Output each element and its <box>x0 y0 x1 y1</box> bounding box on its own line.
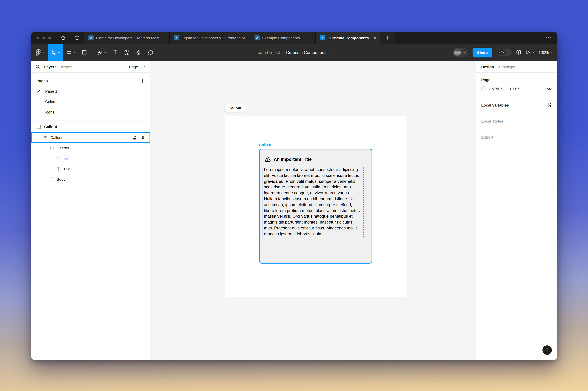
community-button[interactable] <box>70 32 84 44</box>
breadcrumb: Team Project / Curricula Components <box>256 44 333 61</box>
layer-label: Title <box>63 167 70 171</box>
layers-section-header[interactable]: Callout <box>31 121 150 132</box>
right-sidebar: Design Prototype Page F5F5F5 100% <box>476 61 557 360</box>
window-zoom-button[interactable] <box>48 36 51 39</box>
share-button[interactable]: Share <box>472 48 492 57</box>
layer-row-icon[interactable]: Icon <box>31 153 150 164</box>
tab-label: Figma for Developers, Frontend Mast <box>96 36 159 40</box>
page-name: Colors <box>45 99 56 104</box>
callout-component[interactable]: An Important Title Lorem ipsum dolor sit… <box>259 149 372 264</box>
frame-name-label[interactable]: Callout <box>225 104 245 112</box>
globe-icon <box>74 35 80 40</box>
page-list-item[interactable]: Colors <box>31 97 150 107</box>
callout-header[interactable]: An Important Title <box>263 155 315 163</box>
close-icon[interactable] <box>373 36 376 39</box>
chevron-down-icon <box>532 52 534 53</box>
eye-icon[interactable] <box>140 136 145 139</box>
section-label: Local variables <box>481 103 509 107</box>
file-tab[interactable]: Example Components <box>250 32 316 44</box>
tab-label: Figma for Developers v2, Frontend M <box>182 36 245 40</box>
layer-row-body[interactable]: Body <box>31 174 150 185</box>
figma-file-icon <box>174 35 179 40</box>
tab-layers[interactable]: Layers <box>44 65 57 69</box>
text-tool-button[interactable] <box>110 44 121 61</box>
chevron-down-icon <box>463 52 466 53</box>
file-tab[interactable]: Figma for Developers, Frontend Mast <box>84 32 170 44</box>
color-swatch[interactable] <box>481 86 486 91</box>
file-tab-active[interactable]: Curricula Components <box>316 32 380 44</box>
comment-tool-button[interactable] <box>145 44 156 61</box>
page-selector[interactable]: Page 1 <box>129 65 146 69</box>
window-minimize-button[interactable] <box>42 36 45 39</box>
library-book-icon[interactable] <box>516 50 521 55</box>
plus-icon <box>386 36 389 40</box>
text-layer-icon <box>56 167 61 171</box>
auto-layout-horizontal-icon <box>49 146 54 150</box>
tab-overflow-menu[interactable] <box>540 32 557 44</box>
local-variables-section[interactable]: Local variables <box>476 97 557 113</box>
desktop-wallpaper: Figma for Developers, Frontend Mast Figm… <box>0 0 588 391</box>
file-tab[interactable]: Figma for Developers v2, Frontend M <box>170 32 250 44</box>
chevron-down-icon[interactable] <box>330 52 333 53</box>
frame-tool-button[interactable] <box>63 44 79 61</box>
present-button[interactable] <box>525 50 534 55</box>
figma-file-icon <box>88 35 94 40</box>
home-button[interactable] <box>56 32 70 44</box>
toolbar: Team Project / Curricula Components Shar… <box>31 44 557 61</box>
color-opacity-value[interactable]: 100% <box>509 87 519 91</box>
callout-body-text[interactable]: Lorem ipsum dolor sit amet, consectetur … <box>262 166 364 238</box>
breadcrumb-separator: / <box>282 50 284 55</box>
local-styles-section[interactable]: Local styles <box>476 113 557 129</box>
add-export-icon[interactable] <box>548 135 552 139</box>
export-section[interactable]: Export <box>476 129 557 145</box>
breadcrumb-project[interactable]: Team Project <box>256 50 280 55</box>
account-menu[interactable] <box>453 48 468 57</box>
tab-assets[interactable]: Assets <box>61 65 72 69</box>
move-tool-button[interactable] <box>48 44 63 61</box>
resources-tool-button[interactable] <box>121 44 133 61</box>
add-page-icon[interactable] <box>140 79 144 83</box>
tab-prototype[interactable]: Prototype <box>499 65 515 69</box>
new-tab-button[interactable] <box>380 32 395 44</box>
section-label: Local styles <box>481 119 503 123</box>
figma-logo-icon <box>36 49 41 56</box>
auto-layout-vertical-icon <box>43 136 48 139</box>
shape-tool-button[interactable] <box>79 44 94 61</box>
layer-row-header[interactable]: Header <box>31 143 150 153</box>
canvas-frame[interactable]: Callout An Important Title Lorem ipsum d… <box>225 116 406 297</box>
pen-tool-button[interactable] <box>94 44 110 61</box>
page-settings-section: Page F5F5F5 100% <box>476 73 557 97</box>
layer-label: Icon <box>63 156 70 161</box>
component-name-label[interactable]: Callout <box>259 143 271 147</box>
layer-row-title[interactable]: Title <box>31 164 150 174</box>
tab-design[interactable]: Design <box>481 65 494 69</box>
chevron-down-icon <box>550 52 553 53</box>
unlock-icon[interactable] <box>132 135 137 140</box>
check-icon <box>37 90 45 93</box>
figma-file-icon <box>255 35 260 40</box>
page-name: Icons <box>45 110 55 114</box>
zoom-menu[interactable]: 100% <box>538 50 553 55</box>
eye-icon <box>547 87 552 91</box>
visibility-toggle[interactable] <box>547 87 552 91</box>
main-menu-button[interactable] <box>33 44 48 61</box>
toolbar-right-group: Share </> 100% <box>453 48 553 57</box>
add-style-icon[interactable] <box>548 119 552 123</box>
page-list-item-current[interactable]: Page 1 <box>31 86 150 97</box>
canvas[interactable]: Callout Callout An Important Title Lorem… <box>150 61 476 360</box>
sliders-icon[interactable] <box>547 103 552 107</box>
layer-row-callout[interactable]: Callout <box>31 132 150 143</box>
hand-tool-button[interactable] <box>133 44 145 61</box>
layer-label: Callout <box>50 135 63 140</box>
window-close-button[interactable] <box>36 36 39 39</box>
search-icon[interactable] <box>35 64 40 69</box>
help-button[interactable]: ? <box>542 345 552 355</box>
dev-mode-toggle[interactable]: </> <box>496 49 512 56</box>
divider <box>31 120 150 120</box>
warning-triangle-icon <box>265 156 271 162</box>
page-list-item[interactable]: Icons <box>31 107 150 117</box>
window-controls[interactable] <box>31 32 56 44</box>
color-hex-value[interactable]: F5F5F5 <box>489 87 509 91</box>
breadcrumb-file-name[interactable]: Curricula Components <box>286 50 327 55</box>
chevron-down-icon <box>104 52 106 53</box>
